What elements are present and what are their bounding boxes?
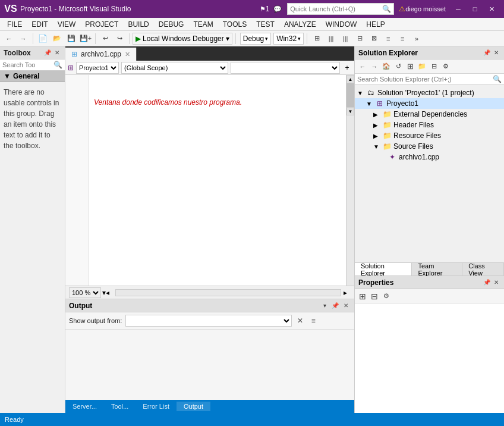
prop-pin-button[interactable]: 📌 bbox=[483, 278, 491, 287]
bottom-tab-tool[interactable]: Tool... bbox=[104, 402, 136, 411]
hscroll-left-btn[interactable]: ◂ bbox=[106, 289, 113, 297]
toolbar-extra-1[interactable]: ⊞ bbox=[310, 33, 323, 45]
new-project-button[interactable]: 📄 bbox=[36, 33, 49, 45]
output-close-btn[interactable]: ✕ bbox=[341, 301, 351, 311]
se-search-input[interactable] bbox=[357, 76, 493, 83]
debugger-button[interactable]: ▶ Local Windows Debugger ▾ bbox=[133, 33, 232, 45]
menu-analyze[interactable]: ANALYZE bbox=[279, 19, 321, 30]
close-button[interactable]: ✕ bbox=[484, 3, 499, 15]
forward-button[interactable]: → bbox=[17, 33, 30, 45]
scroll-down-button[interactable]: ▼ bbox=[346, 107, 354, 115]
project-selector[interactable]: Proyecto1 bbox=[76, 62, 119, 74]
se-refresh-btn[interactable]: ⊞ bbox=[405, 61, 415, 72]
undo-button[interactable]: ↩ bbox=[99, 33, 112, 45]
member-selector[interactable] bbox=[231, 62, 340, 74]
zoom-selector[interactable]: 100 % bbox=[69, 287, 101, 298]
editor-text-area[interactable]: Ventana donde codificamos nuestro progra… bbox=[89, 75, 346, 111]
tree-project-node[interactable]: ▼ ⊞ Proyecto1 bbox=[355, 98, 504, 109]
hscroll-right-btn[interactable]: ▸ bbox=[344, 289, 351, 297]
menu-team[interactable]: TEAM bbox=[188, 19, 218, 30]
toolbar-overflow[interactable]: » bbox=[410, 33, 423, 45]
menu-debug[interactable]: DEBUG bbox=[154, 19, 189, 30]
redo-button[interactable]: ↪ bbox=[113, 33, 126, 45]
bottom-tab-server[interactable]: Server... bbox=[65, 402, 104, 411]
save-button[interactable]: 💾 bbox=[65, 33, 78, 45]
toolbar-extra-5[interactable]: ⊠ bbox=[367, 33, 380, 45]
horizontal-scrollbar[interactable] bbox=[115, 289, 341, 296]
vertical-scrollbar[interactable]: ▲ ▼ bbox=[346, 75, 354, 286]
se-home-btn[interactable]: 🏠 bbox=[381, 61, 392, 72]
maximize-button[interactable]: □ bbox=[467, 3, 483, 15]
toolbar-extra-6[interactable]: ≡ bbox=[382, 33, 395, 45]
se-tab-team-explorer[interactable]: Team Explorer bbox=[412, 263, 462, 275]
tab-close-button[interactable]: ✕ bbox=[125, 51, 130, 58]
scroll-thumb[interactable] bbox=[346, 83, 354, 107]
quick-launch-input[interactable] bbox=[290, 5, 382, 12]
tree-resource-files-node[interactable]: ▶ 📁 Resource Files bbox=[355, 130, 504, 141]
menu-file[interactable]: FILE bbox=[2, 19, 27, 30]
prop-settings-btn[interactable]: ⚙ bbox=[381, 291, 392, 302]
quick-launch-search-icon: 🔍 bbox=[382, 5, 391, 13]
menu-project[interactable]: PROJECT bbox=[80, 19, 123, 30]
toolbox-close-button[interactable]: ✕ bbox=[53, 49, 61, 57]
menu-test[interactable]: TEST bbox=[251, 19, 279, 30]
tree-source-files-node[interactable]: ▼ 📁 Source Files bbox=[355, 141, 504, 152]
menu-tools[interactable]: TOOLS bbox=[218, 19, 251, 30]
prop-sort-btn[interactable]: ⊟ bbox=[369, 291, 380, 302]
toolbox-pin-button[interactable]: 📌 bbox=[43, 49, 52, 57]
source-expand-icon: ▼ bbox=[373, 143, 380, 150]
editor-content[interactable]: Ventana donde codificamos nuestro progra… bbox=[65, 75, 346, 286]
platform-dropdown[interactable]: Win32 ▾ bbox=[273, 33, 304, 45]
editor-tab-archivo1[interactable]: ⊞ archivo1.cpp ✕ bbox=[65, 48, 137, 61]
scope-selector[interactable]: (Global Scope) bbox=[121, 62, 228, 74]
se-pin-button[interactable]: 📌 bbox=[483, 49, 491, 57]
se-search-box[interactable]: 🔍 bbox=[355, 74, 504, 85]
toolbox-general-section[interactable]: ▼ General bbox=[0, 71, 65, 82]
expand-editor-button[interactable]: + bbox=[342, 63, 352, 73]
output-clear-btn[interactable]: ✕ bbox=[295, 316, 305, 325]
toolbox-search-input[interactable] bbox=[2, 61, 53, 68]
minimize-button[interactable]: ─ bbox=[451, 3, 466, 15]
toolbox-search-box[interactable]: 🔍 bbox=[0, 59, 65, 71]
menu-window[interactable]: WINDOW bbox=[321, 19, 362, 30]
chat-icon[interactable]: 💬 bbox=[273, 4, 282, 14]
tree-archivo1-node[interactable]: ✦ archivo1.cpp bbox=[355, 152, 504, 162]
se-close-button[interactable]: ✕ bbox=[492, 49, 500, 57]
tree-external-deps-node[interactable]: ▶ 📁 External Dependencies bbox=[355, 109, 504, 120]
se-show-files-btn[interactable]: 📁 bbox=[417, 61, 427, 72]
config-dropdown[interactable]: Debug ▾ bbox=[240, 33, 271, 45]
save-all-button[interactable]: 💾+ bbox=[79, 33, 92, 45]
se-back-btn[interactable]: ← bbox=[357, 61, 368, 72]
menu-edit[interactable]: EDIT bbox=[27, 19, 52, 30]
back-button[interactable]: ← bbox=[2, 33, 15, 45]
prop-categories-btn[interactable]: ⊞ bbox=[357, 291, 368, 302]
tree-header-files-node[interactable]: ▶ 📁 Header Files bbox=[355, 120, 504, 130]
se-toggle-btn[interactable]: ⊟ bbox=[429, 61, 439, 72]
quick-launch-box[interactable]: 🔍 bbox=[287, 3, 394, 15]
zoom-control[interactable]: 100 % ▾ bbox=[69, 287, 106, 298]
se-forward-btn[interactable]: → bbox=[369, 61, 380, 72]
toolbar-extra-2[interactable]: ||| bbox=[325, 33, 338, 45]
tree-solution-node[interactable]: ▼ 🗂 Solution 'Proyecto1' (1 project) bbox=[355, 87, 504, 98]
output-dropdown-btn[interactable]: ▾ bbox=[320, 301, 329, 311]
bottom-tab-output[interactable]: Output bbox=[177, 402, 210, 411]
scroll-up-button[interactable]: ▲ bbox=[346, 75, 354, 83]
se-props-btn[interactable]: ⚙ bbox=[440, 61, 451, 72]
output-pin-btn[interactable]: 📌 bbox=[330, 301, 340, 311]
se-sync-btn[interactable]: ↺ bbox=[393, 61, 404, 72]
prop-close-button[interactable]: ✕ bbox=[492, 278, 500, 287]
output-wrap-btn[interactable]: ≡ bbox=[308, 316, 318, 325]
bottom-tab-error-list[interactable]: Error List bbox=[136, 402, 177, 411]
menu-build[interactable]: BUILD bbox=[123, 19, 153, 30]
se-tab-solution-explorer[interactable]: Solution Explorer bbox=[355, 263, 412, 275]
toolbar-extra-4[interactable]: ⊟ bbox=[353, 33, 366, 45]
open-button[interactable]: 📂 bbox=[51, 33, 64, 45]
menu-help[interactable]: HELP bbox=[361, 19, 389, 30]
toolbar-extra-7[interactable]: ≡ bbox=[396, 33, 409, 45]
toolbar-extra-3[interactable]: ||| bbox=[339, 33, 352, 45]
source-folder-icon: 📁 bbox=[382, 142, 392, 151]
se-tab-class-view[interactable]: Class View bbox=[462, 263, 504, 275]
menu-view[interactable]: VIEW bbox=[53, 19, 81, 30]
notification-icon[interactable]: ⚑ 1 bbox=[260, 4, 269, 14]
output-source-selector[interactable] bbox=[125, 315, 292, 327]
